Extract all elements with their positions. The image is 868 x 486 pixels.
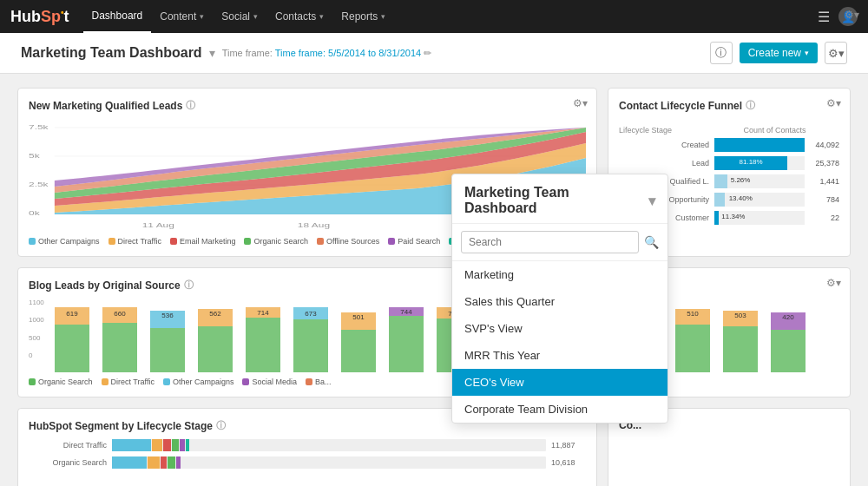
create-new-arrow: ▾ xyxy=(805,49,809,57)
svg-rect-53 xyxy=(723,326,758,372)
mqls-title-text: New Marketing Qualified Leads xyxy=(29,100,182,112)
dropdown-item-corporate[interactable]: Corporate Team Division xyxy=(452,396,667,423)
funnel-header-stage: Lifecycle Stage xyxy=(619,126,710,135)
nav-content-chevron: ▾ xyxy=(200,12,204,21)
charts-row-1: New Marketing Qualified Leads ⓘ ⚙▾ 7.5k … xyxy=(17,88,851,257)
hubspot-seg-1 xyxy=(112,439,151,451)
nav-contacts-chevron: ▾ xyxy=(319,12,324,21)
bottom-row: HubSpot Segment by Lifecycle Stage ⓘ ⚙▾ … xyxy=(17,408,851,486)
hubspot-fill-organic xyxy=(112,456,546,469)
hubspot-org-seg-5 xyxy=(176,456,181,469)
funnel-count-created: 44,092 xyxy=(805,141,839,149)
svg-rect-56 xyxy=(771,330,806,372)
dropdown-item-svp[interactable]: SVP's View xyxy=(452,315,667,342)
funnel-count-lead: 25,378 xyxy=(805,159,839,167)
funnel-header-count: Count of Contacts xyxy=(710,126,839,135)
blog-svg: 619 660 536 562 714 673 501 xyxy=(55,307,836,372)
svg-text:510: 510 xyxy=(687,310,699,318)
svg-text:420: 420 xyxy=(782,313,794,321)
header-actions: ⓘ Create new ▾ ⚙▾ xyxy=(710,42,847,64)
funnel-bar-mql: 5.26% xyxy=(714,174,805,188)
funnel-pct-lead: 81.18% xyxy=(740,158,763,166)
nav-social[interactable]: Social ▾ xyxy=(213,0,266,33)
nav-dashboard[interactable]: Dashboard xyxy=(83,0,152,33)
svg-text:0k: 0k xyxy=(29,209,41,217)
dashboard-search-input[interactable] xyxy=(461,231,639,253)
svg-text:714: 714 xyxy=(257,309,269,317)
mqls-menu-button[interactable]: ⚙▾ xyxy=(573,97,588,109)
dropdown-title-text: Marketing Team Dashboard xyxy=(464,185,645,216)
dropdown-item-mrr[interactable]: MRR This Year xyxy=(452,342,667,369)
legend-offline-sources-label: Offline Sources xyxy=(326,237,379,246)
funnel-stage-lead: Lead xyxy=(619,159,714,167)
nav-content[interactable]: Content ▾ xyxy=(151,0,213,33)
svg-rect-23 xyxy=(246,318,280,372)
blog-legend-other: Other Campaigns xyxy=(163,378,234,386)
nav-reports[interactable]: Reports ▾ xyxy=(332,0,394,33)
dropdown-item-sales-label: Sales this Quarter xyxy=(464,295,555,308)
hubspot-row-organic: Organic Search 10,618 xyxy=(29,456,586,469)
funnel-bar-lead: 81.18% xyxy=(714,156,805,170)
svg-text:673: 673 xyxy=(305,310,317,318)
svg-text:501: 501 xyxy=(352,313,365,321)
dropdown-items-list: Marketing Sales this Quarter SVP's View … xyxy=(452,261,667,423)
legend-organic-search-label: Organic Search xyxy=(253,237,308,246)
svg-text:536: 536 xyxy=(161,312,174,319)
hamburger-icon[interactable]: ☰ xyxy=(818,9,830,25)
settings-button[interactable]: ⚙▾ xyxy=(825,42,847,64)
blog-y-1000: 1000 xyxy=(29,316,55,324)
page-header: Marketing Team Dashboard ▾ Time frame: T… xyxy=(0,33,868,74)
hubspot-val-organic: 10,618 xyxy=(551,458,586,467)
blog-legend-other-label: Other Campaigns xyxy=(173,378,234,386)
nav-contacts[interactable]: Contacts ▾ xyxy=(266,0,332,33)
time-frame: Time frame: Time frame: 5/5/2014 to 8/31… xyxy=(222,48,432,59)
hubspot-org-seg-4 xyxy=(168,456,175,469)
mqls-chart-title: New Marketing Qualified Leads ⓘ xyxy=(29,99,586,112)
dashboard-dropdown-arrow[interactable]: ▾ xyxy=(209,46,215,60)
nav-social-chevron: ▾ xyxy=(253,12,258,21)
info-button[interactable]: ⓘ xyxy=(710,42,733,64)
dropdown-title: Marketing Team Dashboard ▾ xyxy=(452,174,667,224)
dashboard-dropdown: Marketing Team Dashboard ▾ 🔍 Marketing S… xyxy=(451,174,668,424)
mqls-info-icon[interactable]: ⓘ xyxy=(186,99,195,112)
main-content: New Marketing Qualified Leads ⓘ ⚙▾ 7.5k … xyxy=(0,74,868,486)
funnel-chart-title: Contact Lifecycle Funnel ⓘ xyxy=(619,99,839,112)
blog-y-axis: 1100 1000 500 0 xyxy=(29,299,55,359)
dropdown-item-ceo[interactable]: CEO's View xyxy=(452,369,667,396)
funnel-info-icon[interactable]: ⓘ xyxy=(746,99,755,112)
funnel-fill-opportunity xyxy=(714,193,725,207)
page-title: Marketing Team Dashboard xyxy=(21,45,202,61)
blog-title-text: Blog Leads by Original Source xyxy=(29,279,181,292)
blog-y-0: 0 xyxy=(29,351,55,359)
svg-text:660: 660 xyxy=(114,310,126,318)
edit-icon[interactable]: ✏ xyxy=(424,48,431,58)
svg-rect-50 xyxy=(675,325,710,372)
hubspot-seg-6 xyxy=(186,439,189,451)
svg-text:562: 562 xyxy=(209,310,221,318)
hubspot-label-direct: Direct Traffic xyxy=(29,441,107,450)
dropdown-item-marketing[interactable]: Marketing xyxy=(452,261,667,288)
dropdown-item-sales[interactable]: Sales this Quarter xyxy=(452,288,667,315)
svg-rect-20 xyxy=(198,326,233,372)
funnel-fill-created xyxy=(714,138,805,152)
nav-contacts-label: Contacts xyxy=(275,10,316,23)
hubspot-info-icon[interactable]: ⓘ xyxy=(216,419,226,432)
blog-legend-direct: Direct Traffic xyxy=(102,378,155,386)
dropdown-item-marketing-label: Marketing xyxy=(464,268,514,281)
nav-social-label: Social xyxy=(221,10,250,23)
blog-chart-title: Blog Leads by Original Source ⓘ xyxy=(29,279,839,292)
legend-other-campaigns-label: Other Campaigns xyxy=(38,237,100,246)
legend-organic-search: Organic Search xyxy=(244,237,308,246)
create-new-button[interactable]: Create new ▾ xyxy=(740,43,818,63)
time-frame-link[interactable]: Time frame: 5/5/2014 to 8/31/2014 xyxy=(275,48,421,58)
blog-menu-button[interactable]: ⚙▾ xyxy=(826,277,841,289)
hubspot-org-seg-1 xyxy=(112,456,147,469)
funnel-header: Lifecycle Stage Count of Contacts xyxy=(619,126,839,135)
hubspot-track-direct xyxy=(112,439,546,451)
blog-legend-direct-label: Direct Traffic xyxy=(111,378,155,386)
blog-info-icon[interactable]: ⓘ xyxy=(184,279,194,292)
nav-logo[interactable]: HubSp•t xyxy=(10,8,69,26)
funnel-menu-button[interactable]: ⚙▾ xyxy=(826,97,841,109)
legend-email-marketing-label: Email Marketing xyxy=(180,237,236,246)
blog-legend: Organic Search Direct Traffic Other Camp… xyxy=(29,378,839,386)
